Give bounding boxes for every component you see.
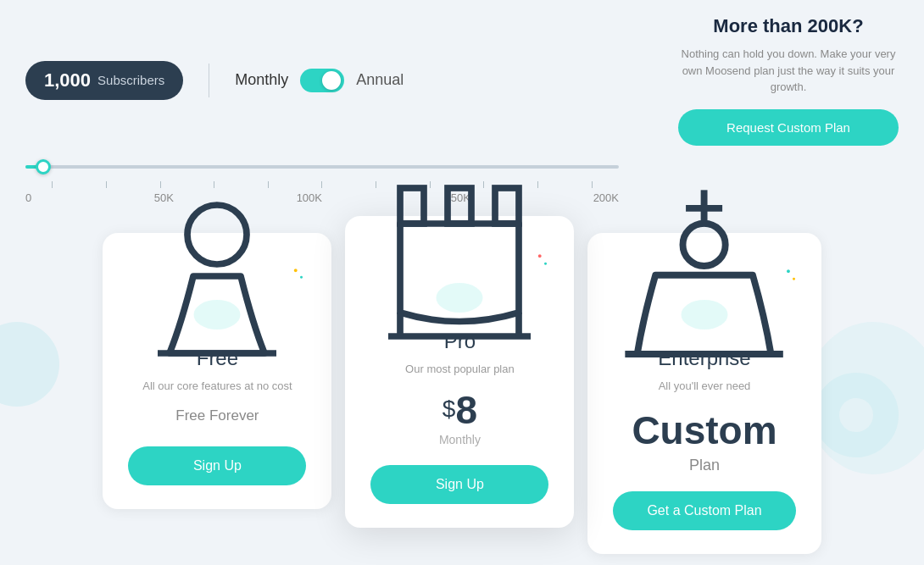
free-plan-card: ● ● Free All our core features at no cos… (103, 233, 331, 509)
request-custom-plan-button[interactable]: Request Custom Plan (678, 109, 899, 146)
subscriber-label: Subscribers (97, 73, 164, 87)
tick-1 (106, 181, 107, 188)
page-wrapper: 1,000 Subscribers Monthly Annual More th… (0, 0, 924, 565)
pro-plan-icon-area: ● ● (370, 245, 548, 321)
monthly-label: Monthly (235, 71, 288, 89)
top-divider (209, 64, 209, 97)
subscriber-badge: 1,000 Subscribers (25, 61, 183, 100)
pro-plan-card: ● ● Pro Our most popular plan $8 Monthly… (345, 216, 574, 528)
custom-plan-desc: Nothing can hold you down. Make your ver… (678, 46, 899, 96)
svg-rect-4 (495, 188, 519, 224)
free-icon-blob (194, 300, 241, 330)
svg-point-0 (187, 205, 247, 264)
pro-icon-blob (437, 283, 483, 313)
custom-plan-panel: More than 200K? Nothing can hold you dow… (678, 15, 899, 146)
toggle-section: Monthly Annual (235, 69, 404, 92)
top-section: 1,000 Subscribers Monthly Annual More th… (0, 0, 924, 154)
svg-rect-2 (400, 188, 424, 224)
custom-plan-title: More than 200K? (678, 15, 899, 37)
annual-label: Annual (356, 71, 404, 89)
enterprise-icon-blob (681, 300, 727, 330)
subscriber-count: 1,000 (44, 69, 91, 91)
pro-price-period: Monthly (370, 433, 548, 446)
free-plan-icon-area: ● ● (128, 262, 306, 338)
enterprise-plan-icon-area: ● ● (613, 262, 795, 338)
tick-10 (592, 181, 593, 188)
slider-thumb (36, 159, 51, 174)
pro-signup-button[interactable]: Sign Up (370, 465, 548, 504)
toggle-thumb (322, 71, 341, 90)
billing-toggle[interactable] (300, 69, 344, 92)
enterprise-plan-card: ● ● Enterprise All you'll ever need Cust… (587, 233, 821, 554)
enterprise-custom-plan-button[interactable]: Get a Custom Plan (613, 491, 795, 530)
toggle-track (300, 69, 344, 92)
svg-point-10 (683, 224, 726, 266)
tick-0 (52, 181, 53, 188)
slider-label-0: 0 (25, 191, 31, 204)
enterprise-price-sub: Plan (613, 457, 795, 474)
cards-section: ● ● Free All our core features at no cos… (0, 208, 924, 554)
tick-5 (321, 181, 322, 188)
free-signup-button[interactable]: Sign Up (128, 446, 306, 485)
svg-rect-3 (448, 188, 471, 224)
